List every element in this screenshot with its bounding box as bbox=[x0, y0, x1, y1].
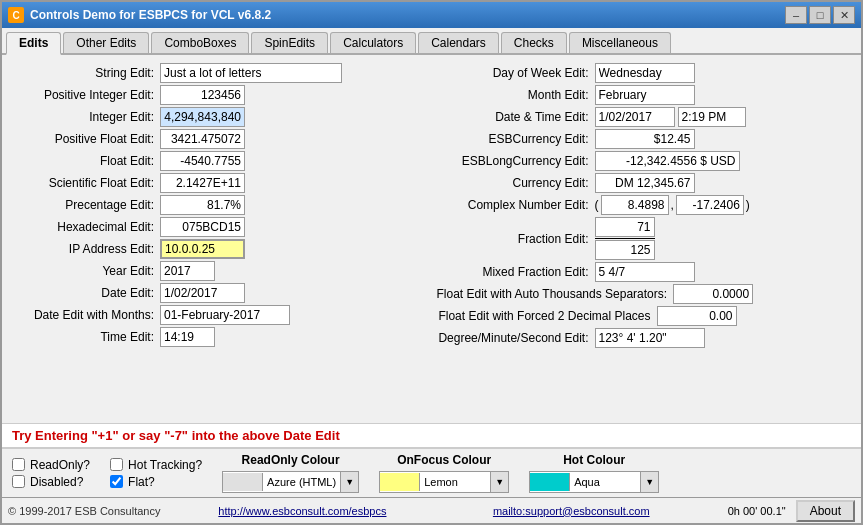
datetime-edit-label: Date & Time Edit: bbox=[437, 110, 595, 124]
time-edit-input[interactable] bbox=[160, 327, 215, 347]
disabled-checkbox[interactable] bbox=[12, 475, 25, 488]
date-months-input[interactable] bbox=[160, 305, 290, 325]
float-edit-input[interactable] bbox=[160, 151, 245, 171]
day-of-week-label: Day of Week Edit: bbox=[437, 66, 595, 80]
datetime-edit-row: Date & Time Edit: bbox=[437, 107, 852, 127]
float-decimal-input[interactable] bbox=[657, 306, 737, 326]
main-content: String Edit: Positive Integer Edit: Inte… bbox=[2, 55, 861, 423]
title-bar-left: C Controls Demo for ESBPCS for VCL v6.8.… bbox=[8, 7, 271, 23]
year-edit-input[interactable] bbox=[160, 261, 215, 281]
esb-long-currency-input[interactable] bbox=[595, 151, 740, 171]
date-edit-input[interactable] bbox=[160, 283, 245, 303]
percentage-edit-label: Precentage Edit: bbox=[12, 198, 160, 212]
fraction-edit-row: Fraction Edit: bbox=[437, 217, 852, 260]
date-months-row: Date Edit with Months: bbox=[12, 305, 427, 325]
hex-edit-row: Hexadecimal Edit: bbox=[12, 217, 427, 237]
time-edit-label: Time Edit: bbox=[12, 330, 160, 344]
positive-integer-row: Positive Integer Edit: bbox=[12, 85, 427, 105]
hot-colour-swatch bbox=[530, 473, 570, 491]
integer-edit-input[interactable] bbox=[160, 107, 245, 127]
hot-colour-dropdown[interactable]: Aqua ▼ bbox=[529, 471, 659, 493]
readonly-colour-dropdown[interactable]: Azure (HTML) ▼ bbox=[222, 471, 359, 493]
fraction-line bbox=[595, 238, 655, 239]
year-edit-row: Year Edit: bbox=[12, 261, 427, 281]
close-button[interactable]: ✕ bbox=[833, 6, 855, 24]
string-edit-input[interactable] bbox=[160, 63, 342, 83]
readonly-colour-label: ReadOnly Colour bbox=[242, 453, 340, 467]
hot-colour-value: Aqua bbox=[570, 476, 640, 488]
onfocus-colour-section: OnFocus Colour Lemon ▼ bbox=[379, 453, 509, 493]
float-thousands-row: Float Edit with Auto Thousands Separator… bbox=[437, 284, 852, 304]
float-thousands-input[interactable] bbox=[673, 284, 753, 304]
readonly-checkbox-row: ReadOnly? bbox=[12, 458, 90, 472]
flat-checkbox[interactable] bbox=[110, 475, 123, 488]
currency-edit-input[interactable] bbox=[595, 173, 695, 193]
complex-imag-input[interactable] bbox=[676, 195, 744, 215]
positive-float-row: Positive Float Edit: bbox=[12, 129, 427, 149]
day-of-week-input[interactable] bbox=[595, 63, 695, 83]
tab-calculators[interactable]: Calculators bbox=[330, 32, 416, 53]
day-of-week-row: Day of Week Edit: bbox=[437, 63, 852, 83]
tab-spinedits[interactable]: SpinEdits bbox=[251, 32, 328, 53]
float-edit-row: Float Edit: bbox=[12, 151, 427, 171]
positive-integer-label: Positive Integer Edit: bbox=[12, 88, 160, 102]
disabled-checkbox-row: Disabled? bbox=[12, 475, 90, 489]
flat-checkbox-row: Flat? bbox=[110, 475, 202, 489]
checkbox-group-2: Hot Tracking? Flat? bbox=[110, 458, 202, 489]
time-display: 0h 00' 00.1" bbox=[706, 505, 786, 517]
readonly-label: ReadOnly? bbox=[30, 458, 90, 472]
app-icon: C bbox=[8, 7, 24, 23]
onfocus-colour-btn[interactable]: ▼ bbox=[490, 472, 508, 492]
hot-colour-label: Hot Colour bbox=[563, 453, 625, 467]
fraction-denominator-input[interactable] bbox=[595, 240, 655, 260]
tab-bar: Edits Other Edits ComboBoxes SpinEdits C… bbox=[2, 28, 861, 55]
esb-currency-input[interactable] bbox=[595, 129, 695, 149]
mixed-fraction-input[interactable] bbox=[595, 262, 695, 282]
right-column: Day of Week Edit: Month Edit: Date & Tim… bbox=[437, 63, 852, 350]
bottom-controls: ReadOnly? Disabled? Hot Tracking? Flat? … bbox=[2, 448, 861, 497]
tab-comboboxes[interactable]: ComboBoxes bbox=[151, 32, 249, 53]
time-edit-row: Time Edit: bbox=[12, 327, 427, 347]
hot-colour-section: Hot Colour Aqua ▼ bbox=[529, 453, 659, 493]
currency-edit-label: Currency Edit: bbox=[437, 176, 595, 190]
complex-number-label: Complex Number Edit: bbox=[437, 198, 595, 212]
complex-real-input[interactable] bbox=[601, 195, 669, 215]
tab-other-edits[interactable]: Other Edits bbox=[63, 32, 149, 53]
year-edit-label: Year Edit: bbox=[12, 264, 160, 278]
datetime-pair bbox=[595, 107, 746, 127]
status-bar: © 1999-2017 ESB Consultancy http://www.e… bbox=[2, 497, 861, 523]
dms-edit-input[interactable] bbox=[595, 328, 705, 348]
month-edit-row: Month Edit: bbox=[437, 85, 852, 105]
string-edit-row: String Edit: bbox=[12, 63, 427, 83]
flat-label: Flat? bbox=[128, 475, 155, 489]
email-link[interactable]: mailto:support@esbconsult.com bbox=[437, 505, 706, 517]
ip-address-input[interactable] bbox=[160, 239, 245, 259]
tab-checks[interactable]: Checks bbox=[501, 32, 567, 53]
disabled-label: Disabled? bbox=[30, 475, 83, 489]
datetime-date-input[interactable] bbox=[595, 107, 675, 127]
fraction-numerator-input[interactable] bbox=[595, 217, 655, 237]
hot-tracking-checkbox[interactable] bbox=[110, 458, 123, 471]
esb-long-currency-row: ESBLongCurrency Edit: bbox=[437, 151, 852, 171]
esb-currency-label: ESBCurrency Edit: bbox=[437, 132, 595, 146]
complex-close-paren: ) bbox=[746, 198, 750, 212]
about-button[interactable]: About bbox=[796, 500, 855, 522]
positive-integer-input[interactable] bbox=[160, 85, 245, 105]
readonly-checkbox[interactable] bbox=[12, 458, 25, 471]
month-edit-input[interactable] bbox=[595, 85, 695, 105]
scientific-float-input[interactable] bbox=[160, 173, 245, 193]
tab-miscellaneous[interactable]: Miscellaneous bbox=[569, 32, 671, 53]
hot-colour-btn[interactable]: ▼ bbox=[640, 472, 658, 492]
hex-edit-input[interactable] bbox=[160, 217, 245, 237]
tab-calendars[interactable]: Calendars bbox=[418, 32, 499, 53]
tab-edits[interactable]: Edits bbox=[6, 32, 61, 55]
minimize-button[interactable]: – bbox=[785, 6, 807, 24]
url-link[interactable]: http://www.esbconsult.com/esbpcs bbox=[168, 505, 437, 517]
percentage-edit-input[interactable] bbox=[160, 195, 245, 215]
readonly-colour-btn[interactable]: ▼ bbox=[340, 472, 358, 492]
datetime-time-input[interactable] bbox=[678, 107, 746, 127]
onfocus-colour-dropdown[interactable]: Lemon ▼ bbox=[379, 471, 509, 493]
maximize-button[interactable]: □ bbox=[809, 6, 831, 24]
positive-float-input[interactable] bbox=[160, 129, 245, 149]
title-bar: C Controls Demo for ESBPCS for VCL v6.8.… bbox=[2, 2, 861, 28]
